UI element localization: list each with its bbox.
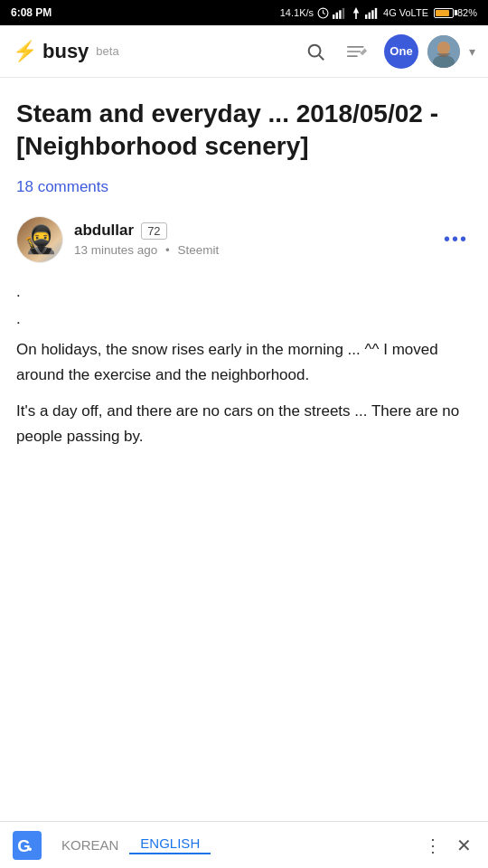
more-menu-button[interactable]: ••• [440, 225, 472, 253]
battery-percent: 82% [457, 7, 477, 18]
svg-rect-1 [333, 14, 334, 19]
logo-area: ⚡ busy beta [13, 40, 119, 63]
svg-rect-2 [336, 12, 338, 18]
navbar: ⚡ busy beta One ▾ [0, 25, 488, 78]
author-time-ago: 13 minutes ago [74, 243, 157, 257]
svg-line-11 [319, 55, 324, 60]
svg-point-18 [437, 42, 450, 54]
article-title: Steam and everyday ... 2018/05/02 - [Nei… [16, 98, 472, 164]
translation-close-button[interactable]: ✕ [453, 835, 475, 856]
author-platform[interactable]: Steemit [178, 243, 220, 257]
logo-text: busy [42, 40, 89, 63]
bullet-2: · [16, 310, 472, 335]
bullet-1: · [16, 283, 472, 308]
signal2-icon [365, 7, 380, 19]
author-avatar[interactable] [16, 216, 63, 263]
clock-icon [317, 7, 329, 19]
battery-icon [434, 8, 454, 18]
translation-more-button[interactable]: ⋮ [415, 835, 453, 856]
svg-text:•: • [28, 844, 32, 856]
search-button[interactable] [301, 37, 330, 66]
svg-rect-6 [365, 14, 367, 19]
article-paragraph-1: On holidays, the snow rises early in the… [16, 337, 472, 388]
network-speed: 14.1K/s [280, 7, 314, 18]
status-right: 14.1K/s 4G VoLTE 82% [280, 7, 477, 19]
data-arrows-icon [351, 7, 361, 19]
main-content: Steam and everyday ... 2018/05/02 - [Nei… [0, 78, 488, 449]
author-row: abdullar 72 13 minutes ago • Steemit ••• [16, 216, 472, 263]
meta-separator: • [165, 243, 170, 257]
reputation-badge: 72 [141, 222, 166, 240]
svg-rect-4 [343, 7, 344, 18]
svg-rect-3 [339, 10, 341, 19]
beta-label: beta [96, 44, 118, 58]
lang-korean[interactable]: KOREAN [51, 837, 129, 853]
signal-icon [333, 7, 347, 19]
edit-icon [346, 42, 368, 61]
svg-rect-8 [371, 10, 373, 19]
write-button[interactable] [343, 37, 371, 66]
bolt-icon: ⚡ [13, 40, 37, 63]
avatar-image [427, 35, 460, 68]
article-body: · · On holidays, the snow rises early in… [16, 283, 472, 449]
carrier-label: 4G VoLTE [383, 7, 428, 18]
dropdown-arrow[interactable]: ▾ [469, 44, 475, 59]
comments-link[interactable]: 18 comments [16, 178, 108, 196]
avatar[interactable] [427, 35, 460, 68]
author-name[interactable]: abdullar [74, 222, 134, 240]
translation-bar: G • KOREAN ENGLISH ⋮ ✕ [0, 821, 488, 868]
status-time: 6:08 PM [11, 6, 52, 19]
svg-point-10 [309, 44, 321, 56]
author-avatar-image [17, 217, 62, 262]
svg-rect-9 [375, 7, 377, 18]
svg-rect-7 [369, 12, 371, 18]
user-badge[interactable]: One [384, 34, 418, 69]
article-paragraph-2: It's a day off, and there are no cars on… [16, 399, 472, 449]
user-badge-label: One [389, 44, 412, 58]
google-translate-icon: G • [13, 831, 42, 860]
search-icon [305, 42, 325, 61]
author-info: abdullar 72 13 minutes ago • Steemit [74, 222, 429, 257]
author-name-row: abdullar 72 [74, 222, 429, 240]
status-bar: 6:08 PM 14.1K/s 4G VoLTE 82% [0, 0, 488, 25]
lang-english[interactable]: ENGLISH [129, 835, 211, 854]
svg-marker-5 [353, 7, 360, 19]
author-meta: 13 minutes ago • Steemit [74, 243, 429, 257]
